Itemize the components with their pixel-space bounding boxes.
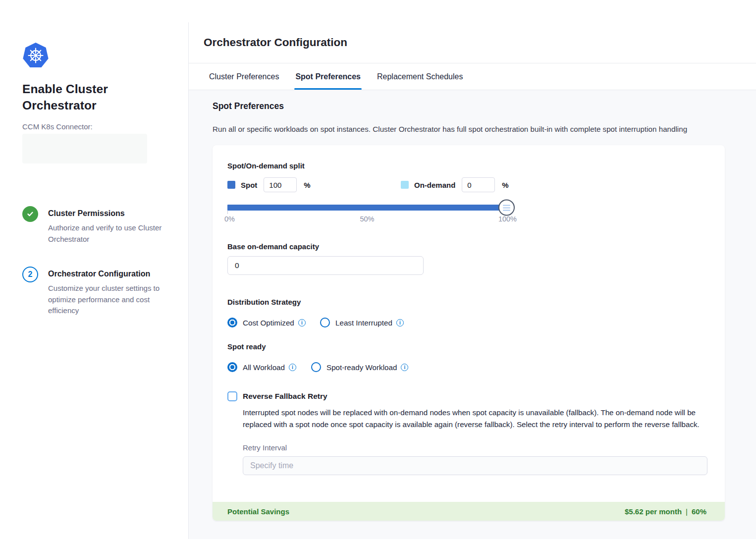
distribution-strategy-label: Distribution Strategy — [227, 298, 710, 306]
ondemand-color-swatch — [401, 181, 409, 189]
cluster-orchestrator-setup-screen: Enable Cluster Orchestrator CCM K8s Conn… — [0, 0, 756, 542]
main-panel: Orchestrator Configuration Cluster Prefe… — [188, 22, 756, 539]
connector-value-redacted — [22, 134, 147, 163]
slider-handle[interactable] — [498, 200, 515, 216]
option-label: Spot-ready Workload — [326, 363, 397, 372]
slider-tick-100: 100% — [498, 215, 517, 223]
retry-interval-input[interactable] — [243, 456, 707, 475]
spot-preferences-card: Spot/On-demand split Spot % On-demand — [213, 145, 725, 521]
slider-tick-labels: 0% 50% 100% — [227, 215, 507, 224]
slider-tick-mark — [227, 211, 228, 214]
option-cost-optimized[interactable]: Cost Optimized — [227, 318, 320, 327]
step-description: Authorize and verify to use Cluster Orch… — [48, 222, 163, 245]
main-header: Orchestrator Configuration — [189, 22, 756, 63]
wizard-title: Enable Cluster Orchestrator — [22, 81, 166, 113]
reverse-fallback-description: Interrupted spot nodes will be replaced … — [243, 407, 704, 430]
step-complete-badge — [22, 206, 38, 222]
slider-handle-grip-icon — [503, 207, 510, 208]
step-description: Customize your cluster settings to optim… — [48, 283, 163, 317]
base-capacity-input[interactable] — [227, 256, 424, 275]
section-title: Spot Preferences — [213, 101, 724, 111]
spot-label: Spot — [241, 181, 257, 189]
reverse-fallback-label: Reverse Fallback Retry — [243, 392, 327, 401]
step-cluster-permissions[interactable]: Cluster Permissions Authorize and verify… — [22, 206, 166, 245]
potential-savings-label: Potential Savings — [227, 507, 289, 516]
distribution-strategy-options: Cost Optimized Least Interrupted — [227, 318, 710, 327]
tab-replacement-schedules[interactable]: Replacement Schedules — [377, 63, 463, 90]
tabbar: Cluster Preferences Spot Preferences Rep… — [189, 63, 756, 90]
step-orchestrator-configuration[interactable]: 2 Orchestrator Configuration Customize y… — [22, 267, 166, 317]
spot-ready-options: All Workload Spot-ready Workload — [227, 362, 710, 372]
spot-percent-input[interactable] — [264, 177, 297, 192]
section-description: Run all or specific workloads on spot in… — [213, 125, 724, 133]
info-icon[interactable] — [396, 319, 404, 326]
slider-handle-grip-icon — [503, 210, 510, 211]
reverse-fallback-row: Reverse Fallback Retry — [227, 391, 710, 401]
ondemand-percent-input[interactable] — [462, 177, 495, 192]
option-label: All Workload — [243, 363, 285, 372]
check-icon — [26, 210, 34, 218]
reverse-fallback-checkbox[interactable] — [227, 391, 237, 401]
savings-percent: 60% — [692, 507, 706, 516]
slider-track[interactable] — [227, 205, 507, 211]
spot-ready-label: Spot ready — [227, 342, 710, 351]
potential-savings-bar: Potential Savings $5.62 per month | 60% — [213, 502, 725, 521]
info-icon[interactable] — [298, 319, 306, 326]
wizard-steps: Cluster Permissions Authorize and verify… — [22, 206, 166, 317]
spot-percent-sign: % — [304, 181, 310, 189]
radio-selected[interactable] — [227, 318, 237, 327]
option-label: Cost Optimized — [243, 319, 294, 327]
split-inputs-row: Spot % On-demand % — [227, 177, 710, 192]
slider-tick-50: 50% — [360, 215, 374, 223]
info-icon[interactable] — [289, 364, 296, 371]
ondemand-percent-sign: % — [502, 181, 508, 189]
tab-cluster-preferences[interactable]: Cluster Preferences — [209, 63, 279, 90]
potential-savings-value: $5.62 per month | 60% — [625, 507, 706, 516]
tab-spot-preferences[interactable]: Spot Preferences — [295, 63, 361, 90]
step-number-badge: 2 — [22, 267, 38, 282]
slider-handle-grip-icon — [503, 205, 510, 206]
page-title: Orchestrator Configuration — [204, 36, 756, 49]
ondemand-label: On-demand — [414, 181, 455, 189]
step-title: Orchestrator Configuration — [48, 267, 163, 278]
kubernetes-icon — [22, 42, 49, 69]
tab-content: Spot Preferences Run all or specific wor… — [189, 90, 756, 539]
radio-unselected[interactable] — [311, 362, 321, 372]
savings-amount: $5.62 per month — [625, 507, 682, 516]
sidebar: Enable Cluster Orchestrator CCM K8s Conn… — [0, 0, 188, 542]
info-icon[interactable] — [401, 364, 408, 371]
radio-unselected[interactable] — [320, 318, 330, 327]
base-capacity-label: Base on-demand capacity — [227, 242, 710, 251]
option-least-interrupted[interactable]: Least Interrupted — [320, 318, 404, 327]
split-slider: 0% 50% 100% — [227, 205, 507, 224]
option-spot-ready-workload[interactable]: Spot-ready Workload — [311, 362, 408, 372]
split-label: Spot/On-demand split — [227, 162, 710, 170]
step-title: Cluster Permissions — [48, 206, 163, 218]
option-label: Least Interrupted — [335, 319, 392, 327]
radio-selected[interactable] — [227, 362, 237, 372]
retry-interval-label: Retry Interval — [243, 443, 710, 452]
savings-separator: | — [686, 507, 688, 516]
slider-tick-0: 0% — [224, 215, 235, 223]
spot-color-swatch — [227, 181, 235, 189]
connector-label: CCM K8s Connector: — [22, 122, 166, 131]
option-all-workload[interactable]: All Workload — [227, 362, 311, 372]
